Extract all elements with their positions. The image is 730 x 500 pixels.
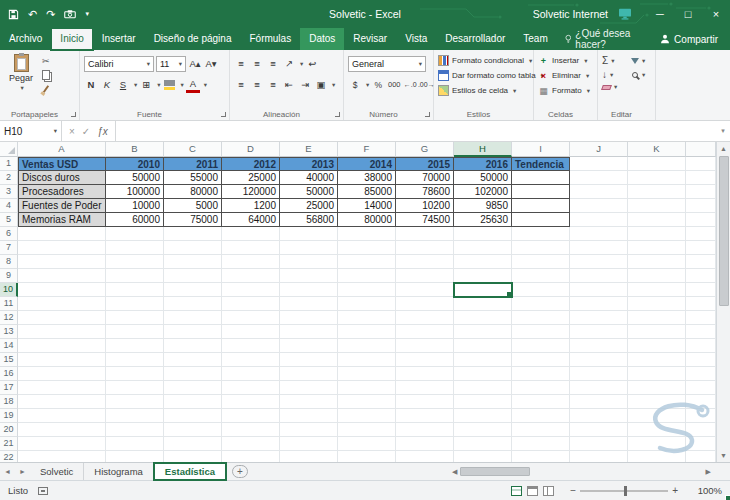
increase-font-icon[interactable]: A▴ bbox=[188, 56, 202, 72]
cell-G22[interactable] bbox=[396, 451, 454, 462]
font-size-select[interactable]: 11 ▾ bbox=[156, 56, 186, 72]
wrap-text-icon[interactable]: ↩ bbox=[305, 56, 319, 72]
cell-D1[interactable]: 2012 bbox=[222, 157, 280, 171]
cell-C18[interactable] bbox=[164, 395, 222, 409]
cell-X13[interactable] bbox=[686, 325, 716, 339]
cell-F13[interactable] bbox=[338, 325, 396, 339]
cell-E3[interactable]: 50000 bbox=[280, 185, 338, 199]
scroll-down-icon[interactable]: ▼ bbox=[720, 449, 727, 462]
copy-icon[interactable] bbox=[42, 69, 50, 80]
column-header-partial[interactable] bbox=[686, 142, 716, 157]
cell-I5[interactable] bbox=[512, 213, 570, 227]
vertical-scrollbar[interactable]: ▲ ▼ bbox=[716, 142, 730, 462]
row-header-14[interactable]: 14 bbox=[0, 339, 18, 353]
cell-C15[interactable] bbox=[164, 353, 222, 367]
cell-G10[interactable] bbox=[396, 283, 454, 297]
cell-X15[interactable] bbox=[686, 353, 716, 367]
cell-K9[interactable] bbox=[628, 269, 686, 283]
cell-E8[interactable] bbox=[280, 255, 338, 269]
cell-J19[interactable] bbox=[570, 409, 628, 423]
cell-A22[interactable] bbox=[18, 451, 106, 462]
cell-J9[interactable] bbox=[570, 269, 628, 283]
cell-E7[interactable] bbox=[280, 241, 338, 255]
cell-B8[interactable] bbox=[106, 255, 164, 269]
currency-icon[interactable]: $ bbox=[348, 77, 362, 93]
save-icon[interactable] bbox=[8, 9, 19, 20]
decrease-font-icon[interactable]: A▾ bbox=[204, 56, 218, 72]
tab-datos[interactable]: Datos bbox=[300, 28, 344, 50]
cell-K6[interactable] bbox=[628, 227, 686, 241]
align-top-icon[interactable]: ≡ bbox=[234, 56, 248, 72]
cell-C3[interactable]: 80000 bbox=[164, 185, 222, 199]
zoom-slider[interactable] bbox=[580, 490, 668, 492]
column-header-I[interactable]: I bbox=[512, 142, 570, 157]
cell-B19[interactable] bbox=[106, 409, 164, 423]
row-header-16[interactable]: 16 bbox=[0, 367, 18, 381]
column-header-K[interactable]: K bbox=[628, 142, 686, 157]
cell-H2[interactable]: 50000 bbox=[454, 171, 512, 185]
sheet-tab-histograma[interactable]: Histograma bbox=[84, 463, 154, 480]
cell-I6[interactable] bbox=[512, 227, 570, 241]
cell-K12[interactable] bbox=[628, 311, 686, 325]
cell-D12[interactable] bbox=[222, 311, 280, 325]
cell-B22[interactable] bbox=[106, 451, 164, 462]
row-header-22[interactable]: 22 bbox=[0, 451, 18, 462]
column-header-D[interactable]: D bbox=[222, 142, 280, 157]
cell-K1[interactable] bbox=[628, 157, 686, 171]
row-header-11[interactable]: 11 bbox=[0, 297, 18, 311]
cell-D7[interactable] bbox=[222, 241, 280, 255]
cell-X2[interactable] bbox=[686, 171, 716, 185]
camera-icon[interactable] bbox=[64, 9, 76, 19]
cell-A17[interactable] bbox=[18, 381, 106, 395]
select-all-corner[interactable] bbox=[0, 142, 18, 157]
cell-J14[interactable] bbox=[570, 339, 628, 353]
borders-icon[interactable]: ⊞ bbox=[139, 77, 153, 93]
cell-B21[interactable] bbox=[106, 437, 164, 451]
cell-H10[interactable] bbox=[454, 283, 512, 297]
cell-J12[interactable] bbox=[570, 311, 628, 325]
numero-dialog-launcher-icon[interactable] bbox=[425, 112, 430, 117]
page-break-view-icon[interactable] bbox=[543, 486, 554, 496]
fill-color-icon[interactable] bbox=[163, 77, 177, 93]
row-header-15[interactable]: 15 bbox=[0, 353, 18, 367]
cell-K2[interactable] bbox=[628, 171, 686, 185]
cell-F17[interactable] bbox=[338, 381, 396, 395]
cell-X10[interactable] bbox=[686, 283, 716, 297]
cell-J20[interactable] bbox=[570, 423, 628, 437]
zoom-in-icon[interactable]: + bbox=[668, 485, 682, 496]
cell-G5[interactable]: 74500 bbox=[396, 213, 454, 227]
comma-style-icon[interactable]: 000 bbox=[387, 77, 401, 93]
cell-I22[interactable] bbox=[512, 451, 570, 462]
cell-B20[interactable] bbox=[106, 423, 164, 437]
cell-A3[interactable]: Procesadores bbox=[18, 185, 106, 199]
row-header-8[interactable]: 8 bbox=[0, 255, 18, 269]
cell-H11[interactable] bbox=[454, 297, 512, 311]
cell-C10[interactable] bbox=[164, 283, 222, 297]
cell-K14[interactable] bbox=[628, 339, 686, 353]
cell-B16[interactable] bbox=[106, 367, 164, 381]
cell-H9[interactable] bbox=[454, 269, 512, 283]
cell-K8[interactable] bbox=[628, 255, 686, 269]
cell-F22[interactable] bbox=[338, 451, 396, 462]
cell-F3[interactable]: 85000 bbox=[338, 185, 396, 199]
formula-input[interactable] bbox=[116, 121, 716, 141]
cell-I2[interactable] bbox=[512, 171, 570, 185]
cell-J5[interactable] bbox=[570, 213, 628, 227]
cell-E15[interactable] bbox=[280, 353, 338, 367]
row-header-7[interactable]: 7 bbox=[0, 241, 18, 255]
cell-G6[interactable] bbox=[396, 227, 454, 241]
cell-G4[interactable]: 10200 bbox=[396, 199, 454, 213]
portapapeles-dialog-launcher-icon[interactable] bbox=[71, 112, 76, 117]
delete-cells-button[interactable]: × Eliminar ▾ bbox=[538, 68, 593, 83]
cell-K17[interactable] bbox=[628, 381, 686, 395]
cell-G2[interactable]: 70000 bbox=[396, 171, 454, 185]
cell-K13[interactable] bbox=[628, 325, 686, 339]
fuente-dialog-launcher-icon[interactable] bbox=[221, 112, 226, 117]
cell-D11[interactable] bbox=[222, 297, 280, 311]
row-header-20[interactable]: 20 bbox=[0, 423, 18, 437]
row-header-3[interactable]: 3 bbox=[0, 185, 18, 199]
cell-F5[interactable]: 80000 bbox=[338, 213, 396, 227]
formula-bar-expand-icon[interactable]: ▾ bbox=[716, 121, 730, 141]
cell-D15[interactable] bbox=[222, 353, 280, 367]
cell-G18[interactable] bbox=[396, 395, 454, 409]
